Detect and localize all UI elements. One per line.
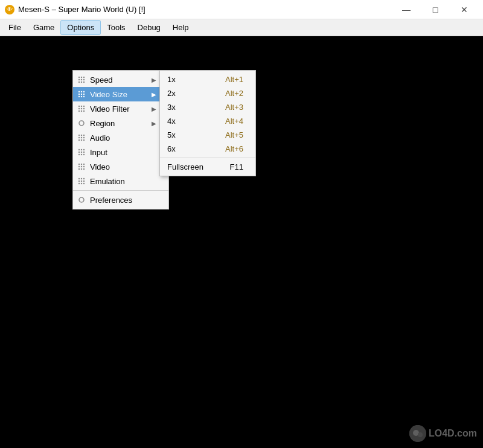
svg-point-35 bbox=[81, 139, 82, 141]
svg-point-49 bbox=[78, 166, 80, 167]
size-4x-shortcut: Alt+4 bbox=[225, 117, 243, 126]
svg-point-48 bbox=[83, 164, 85, 165]
svg-point-33 bbox=[83, 137, 85, 138]
svg-point-67 bbox=[418, 432, 423, 437]
svg-point-43 bbox=[78, 154, 80, 155]
svg-point-56 bbox=[81, 178, 82, 179]
menu-item-input[interactable]: Input bbox=[73, 145, 168, 159]
video-label: Video bbox=[90, 162, 156, 171]
speed-icon bbox=[77, 75, 86, 85]
menu-item-speed[interactable]: Speed ▶ bbox=[73, 72, 168, 87]
menu-options[interactable]: Options bbox=[60, 20, 101, 35]
size-2x-label: 2x bbox=[167, 89, 176, 98]
svg-point-5 bbox=[83, 79, 85, 80]
app-icon: 👁 bbox=[5, 5, 14, 14]
svg-point-62 bbox=[81, 183, 82, 184]
title-bar-left: 👁 Mesen-S – Super Mario World (U) [!] bbox=[5, 5, 146, 14]
fullscreen-label: Fullscreen bbox=[167, 162, 203, 171]
size-5x-label: 5x bbox=[167, 130, 176, 139]
svg-point-52 bbox=[78, 168, 80, 170]
submenu-item-3x[interactable]: 3x Alt+3 bbox=[160, 100, 255, 114]
audio-label: Audio bbox=[90, 133, 156, 142]
submenu-item-2x[interactable]: 2x Alt+2 bbox=[160, 86, 255, 100]
svg-point-38 bbox=[81, 149, 82, 150]
menu-item-video[interactable]: Video bbox=[73, 159, 168, 174]
svg-point-55 bbox=[78, 178, 80, 179]
window-controls: — □ ✕ bbox=[392, 0, 478, 19]
minimize-button[interactable]: — bbox=[392, 0, 420, 19]
svg-point-22 bbox=[81, 108, 82, 109]
menu-item-video-filter[interactable]: Video Filter ▶ bbox=[73, 101, 168, 116]
svg-point-26 bbox=[83, 110, 85, 112]
svg-point-34 bbox=[78, 139, 80, 141]
svg-point-14 bbox=[83, 94, 85, 95]
svg-point-51 bbox=[83, 166, 85, 167]
menu-item-video-size[interactable]: Video Size ▶ bbox=[73, 87, 168, 101]
svg-point-15 bbox=[78, 96, 80, 97]
svg-point-40 bbox=[78, 152, 80, 153]
menu-item-audio[interactable]: Audio bbox=[73, 130, 168, 145]
svg-point-41 bbox=[81, 152, 82, 153]
audio-icon bbox=[77, 133, 86, 142]
submenu-item-6x[interactable]: 6x Alt+6 bbox=[160, 142, 255, 156]
video-filter-icon bbox=[77, 104, 86, 114]
svg-point-8 bbox=[83, 82, 85, 83]
svg-point-64 bbox=[79, 197, 84, 202]
svg-point-37 bbox=[78, 149, 80, 150]
region-label: Region bbox=[90, 119, 148, 128]
menu-file[interactable]: File bbox=[2, 21, 27, 34]
region-arrow: ▶ bbox=[152, 120, 156, 127]
options-menu: Speed ▶ Video Size ▶ Video Filter ▶ bbox=[72, 70, 169, 210]
svg-point-42 bbox=[83, 152, 85, 153]
maximize-button[interactable]: □ bbox=[421, 0, 449, 19]
watermark: LO4D.com bbox=[409, 425, 477, 442]
size-1x-shortcut: Alt+1 bbox=[225, 75, 243, 84]
size-4x-label: 4x bbox=[167, 117, 176, 126]
watermark-logo bbox=[409, 425, 426, 442]
menu-help[interactable]: Help bbox=[167, 21, 195, 34]
menu-item-region[interactable]: Region ▶ bbox=[73, 116, 168, 130]
submenu-item-1x[interactable]: 1x Alt+1 bbox=[160, 72, 255, 86]
svg-point-21 bbox=[78, 108, 80, 109]
svg-point-28 bbox=[78, 135, 80, 136]
svg-point-2 bbox=[83, 77, 85, 78]
svg-point-31 bbox=[78, 137, 80, 138]
svg-point-9 bbox=[78, 91, 80, 92]
menu-debug[interactable]: Debug bbox=[132, 21, 167, 34]
submenu-item-fullscreen[interactable]: Fullscreen F11 bbox=[160, 160, 255, 174]
svg-point-44 bbox=[81, 154, 82, 155]
svg-point-4 bbox=[81, 79, 82, 80]
svg-point-24 bbox=[78, 110, 80, 112]
svg-point-59 bbox=[81, 181, 82, 182]
size-2x-shortcut: Alt+2 bbox=[225, 89, 243, 98]
size-6x-label: 6x bbox=[167, 144, 176, 153]
menu-item-emulation[interactable]: Emulation bbox=[73, 174, 168, 188]
size-6x-shortcut: Alt+6 bbox=[225, 144, 243, 153]
size-3x-label: 3x bbox=[167, 103, 176, 112]
close-button[interactable]: ✕ bbox=[450, 0, 478, 19]
svg-point-32 bbox=[81, 137, 82, 138]
video-filter-label: Video Filter bbox=[90, 104, 148, 114]
speed-label: Speed bbox=[90, 75, 148, 85]
svg-point-18 bbox=[78, 106, 80, 107]
menu-bar: File Game Options Tools Debug Help bbox=[0, 19, 483, 36]
size-1x-label: 1x bbox=[167, 75, 176, 84]
window-title: Mesen-S – Super Mario World (U) [!] bbox=[18, 5, 146, 14]
region-icon bbox=[77, 118, 86, 128]
svg-point-10 bbox=[81, 91, 82, 92]
video-filter-arrow: ▶ bbox=[152, 106, 156, 112]
svg-point-58 bbox=[78, 181, 80, 182]
video-size-arrow: ▶ bbox=[152, 91, 156, 98]
size-3x-shortcut: Alt+3 bbox=[225, 103, 243, 112]
svg-point-0 bbox=[78, 77, 80, 78]
svg-point-29 bbox=[81, 135, 82, 136]
submenu-item-4x[interactable]: 4x Alt+4 bbox=[160, 114, 255, 128]
svg-point-36 bbox=[83, 139, 85, 141]
fullscreen-shortcut: F11 bbox=[230, 162, 243, 171]
menu-game[interactable]: Game bbox=[27, 21, 60, 34]
svg-point-61 bbox=[78, 183, 80, 184]
menu-tools[interactable]: Tools bbox=[101, 21, 131, 34]
submenu-item-5x[interactable]: 5x Alt+5 bbox=[160, 128, 255, 142]
menu-item-preferences[interactable]: Preferences bbox=[73, 193, 168, 207]
size-5x-shortcut: Alt+5 bbox=[225, 130, 243, 139]
